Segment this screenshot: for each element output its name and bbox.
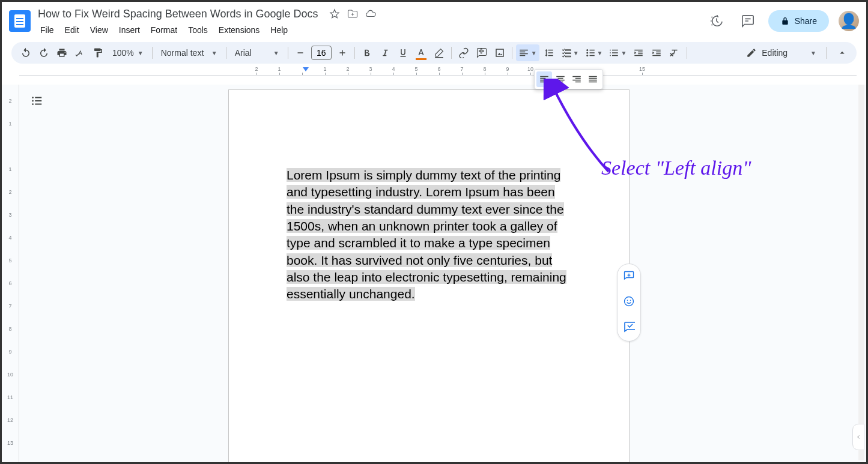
italic-button[interactable] (377, 44, 393, 61)
horizontal-ruler[interactable]: 211234567891015 (19, 66, 857, 76)
menu-format[interactable]: Format (146, 23, 182, 37)
comments-icon[interactable] (737, 10, 759, 32)
svg-point-7 (627, 300, 628, 301)
pencil-icon (746, 47, 757, 58)
highlight-color-button[interactable] (431, 44, 448, 61)
menu-file[interactable]: File (35, 23, 59, 37)
checklist-button[interactable]: ▼ (559, 44, 581, 61)
zoom-select[interactable]: 100%▼ (108, 48, 148, 58)
indent-marker[interactable] (302, 67, 309, 75)
side-action-pill (617, 264, 641, 342)
move-icon[interactable] (347, 8, 358, 22)
vertical-ruler[interactable]: 2112345678910111213 (2, 85, 19, 462)
menu-help[interactable]: Help (266, 23, 293, 37)
undo-button[interactable] (17, 44, 34, 61)
bold-button[interactable] (359, 44, 375, 61)
spellcheck-button[interactable] (71, 44, 88, 61)
insert-image-button[interactable] (491, 44, 508, 61)
add-comment-side-button[interactable] (623, 270, 635, 285)
svg-point-5 (32, 103, 34, 105)
document-page[interactable]: Lorem Ipsum is simply dummy text of the … (228, 89, 630, 462)
align-right-option[interactable] (569, 71, 584, 87)
document-body-text[interactable]: Lorem Ipsum is simply dummy text of the … (287, 168, 566, 301)
font-size-input[interactable]: 16 (311, 46, 332, 60)
underline-button[interactable] (395, 44, 411, 61)
svg-point-8 (630, 300, 631, 301)
increase-indent-button[interactable] (648, 44, 665, 61)
font-select[interactable]: Arial▼ (230, 48, 284, 58)
lock-icon (780, 16, 790, 26)
share-label: Share (795, 16, 817, 26)
increase-font-size-button[interactable] (334, 44, 351, 61)
menu-tools[interactable]: Tools (183, 23, 213, 37)
svg-point-6 (625, 297, 634, 306)
align-left-option[interactable] (536, 71, 552, 87)
align-dropdown (534, 69, 603, 89)
add-comment-button[interactable] (473, 44, 490, 61)
outline-toggle-button[interactable] (28, 92, 46, 110)
svg-point-0 (586, 49, 588, 51)
paragraph-style-select[interactable]: Normal text▼ (156, 48, 222, 58)
toolbar: 100%▼ Normal text▼ Arial▼ 16 ▼ ▼ ▼ ▼ Edi… (11, 42, 857, 64)
collapse-toolbar-button[interactable] (834, 44, 851, 61)
docs-logo[interactable] (9, 10, 31, 32)
align-center-option[interactable] (553, 71, 568, 87)
side-panel-toggle[interactable] (852, 424, 864, 450)
decrease-font-size-button[interactable] (292, 44, 309, 61)
vertical-scrollbar[interactable] (858, 85, 864, 460)
cloud-status-icon[interactable] (365, 8, 376, 22)
insert-link-button[interactable] (455, 44, 472, 61)
suggest-edits-side-button[interactable] (623, 321, 635, 335)
add-reaction-side-button[interactable] (623, 295, 635, 310)
menu-edit[interactable]: Edit (60, 23, 84, 37)
share-button[interactable]: Share (768, 10, 829, 32)
svg-point-1 (586, 52, 588, 54)
align-justify-option[interactable] (585, 71, 601, 87)
menu-extensions[interactable]: Extensions (214, 23, 264, 37)
menu-insert[interactable]: Insert (114, 23, 145, 37)
decrease-indent-button[interactable] (630, 44, 647, 61)
history-icon[interactable] (706, 10, 727, 32)
align-button[interactable]: ▼ (516, 44, 539, 61)
redo-button[interactable] (35, 44, 52, 61)
svg-point-4 (32, 100, 34, 102)
line-spacing-button[interactable] (541, 44, 557, 61)
menu-view[interactable]: View (85, 23, 113, 37)
numbered-list-button[interactable]: ▼ (606, 44, 629, 61)
clear-formatting-button[interactable] (666, 44, 683, 61)
text-color-button[interactable] (413, 44, 429, 61)
star-icon[interactable] (329, 8, 340, 22)
svg-point-2 (586, 55, 588, 56)
document-title[interactable]: How to Fix Weird Spacing Between Words i… (35, 7, 321, 22)
bulleted-list-button[interactable]: ▼ (583, 44, 605, 61)
print-button[interactable] (53, 44, 70, 61)
avatar[interactable]: 👤 (839, 11, 859, 31)
svg-point-3 (32, 97, 34, 98)
paint-format-button[interactable] (90, 44, 106, 61)
editing-mode-button[interactable]: Editing ▼ (740, 47, 822, 58)
menubar: File Edit View Insert Format Tools Exten… (35, 23, 701, 37)
